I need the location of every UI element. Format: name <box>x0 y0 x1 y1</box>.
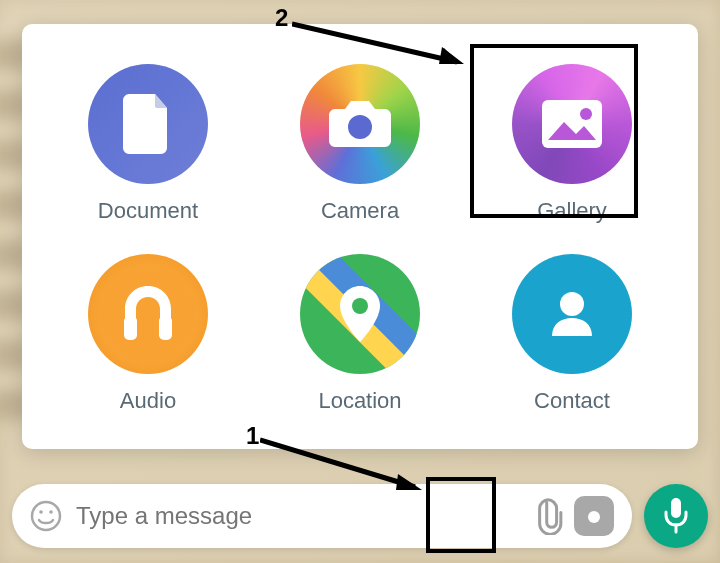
gallery-icon <box>512 64 632 184</box>
attach-label-contact: Contact <box>534 388 610 414</box>
attach-label-location: Location <box>318 388 401 414</box>
attachment-icon[interactable] <box>522 492 570 540</box>
attach-option-audio[interactable]: Audio <box>42 254 254 414</box>
audio-icon <box>88 254 208 374</box>
camera-icon <box>300 64 420 184</box>
svg-rect-5 <box>124 316 137 340</box>
attach-option-camera[interactable]: Camera <box>254 64 466 224</box>
attach-label-audio: Audio <box>120 388 176 414</box>
svg-point-11 <box>49 510 53 514</box>
input-camera-icon[interactable] <box>570 492 618 540</box>
svg-rect-6 <box>159 316 172 340</box>
attachment-panel: Document Camera Gallery <box>22 24 698 449</box>
contact-icon <box>512 254 632 374</box>
svg-point-9 <box>32 502 60 530</box>
attach-option-contact[interactable]: Contact <box>466 254 678 414</box>
attach-option-location[interactable]: Location <box>254 254 466 414</box>
svg-rect-13 <box>671 498 681 518</box>
attach-label-gallery: Gallery <box>537 198 607 224</box>
attach-option-gallery[interactable]: Gallery <box>466 64 678 224</box>
attach-option-document[interactable]: Document <box>42 64 254 224</box>
svg-point-8 <box>560 292 584 316</box>
annotation-label-2: 2 <box>275 4 288 32</box>
annotation-label-1: 1 <box>246 422 259 450</box>
emoji-icon[interactable] <box>26 496 66 536</box>
attach-label-camera: Camera <box>321 198 399 224</box>
svg-point-10 <box>39 510 43 514</box>
svg-point-7 <box>352 298 368 314</box>
document-icon <box>88 64 208 184</box>
attach-label-document: Document <box>98 198 198 224</box>
microphone-button[interactable] <box>644 484 708 548</box>
location-icon <box>300 254 420 374</box>
svg-point-4 <box>580 108 592 120</box>
chat-input-bar <box>12 484 632 548</box>
chat-input-row <box>12 484 708 548</box>
message-input[interactable] <box>66 502 522 530</box>
svg-point-12 <box>588 511 600 523</box>
svg-rect-3 <box>542 100 602 148</box>
